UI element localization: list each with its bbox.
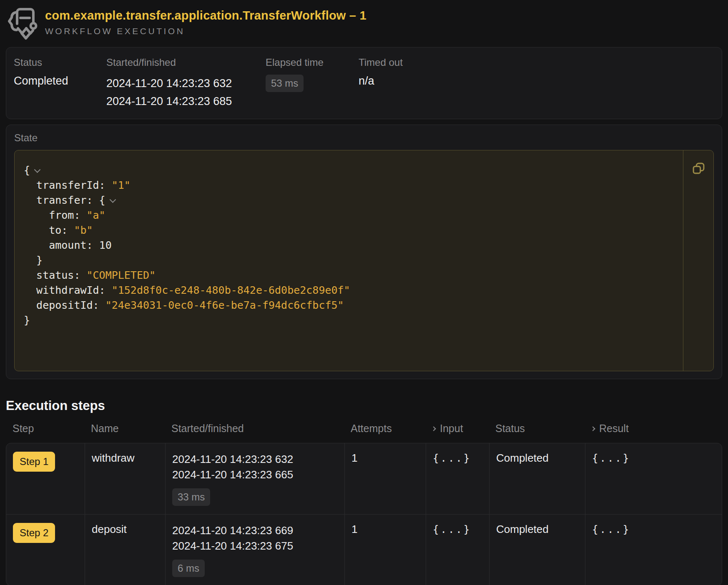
page-header: com.example.transfer.application.Transfe…	[6, 5, 722, 40]
input-cell: {...}	[426, 515, 489, 585]
name-cell: deposit	[85, 515, 165, 585]
summary-field-timed-out: Timed out n/a	[359, 57, 714, 110]
json-string: "1"	[112, 179, 131, 191]
column-header-result[interactable]: Result	[585, 422, 722, 435]
step-row: Step 2deposit2024-11-20 14:23:23 6692024…	[6, 514, 722, 585]
steps-table-header: Step Name Started/finished Attempts Inpu…	[6, 422, 722, 443]
code-line: status: "COMPLETED"	[24, 268, 683, 283]
input-cell: {...}	[426, 443, 489, 514]
state-json-viewer: { transferId: "1" transfer: { from: "a" …	[14, 150, 714, 371]
json-key: withdrawId:	[24, 284, 112, 296]
attempts-cell: 1	[344, 443, 426, 514]
started-timestamp: 2024-11-20 14:23:23 632	[172, 452, 338, 467]
code-line: to: "b"	[24, 223, 683, 238]
finished-timestamp: 2024-11-20 14:23:23 685	[106, 92, 266, 110]
started-finished-label: Started/finished	[106, 57, 266, 68]
input-expander[interactable]: {...}	[433, 452, 471, 464]
json-key: amount:	[24, 239, 99, 251]
duration-badge: 6 ms	[172, 560, 205, 577]
json-string: "a"	[87, 209, 105, 221]
column-header-status: Status	[489, 422, 585, 435]
header-text: com.example.transfer.application.Transfe…	[45, 9, 367, 36]
status-cell: Completed	[489, 443, 585, 514]
json-key: }	[24, 314, 30, 326]
step-badge: Step 1	[13, 452, 55, 472]
json-number: 10	[99, 239, 112, 251]
elapsed-time-label: Elapsed time	[266, 57, 359, 68]
json-string: "152d8f0c-e248-480b-842e-6d0be2c89e0f"	[112, 284, 350, 296]
json-key: transfer: {	[24, 194, 105, 206]
state-code-lines: { transferId: "1" transfer: { from: "a" …	[15, 150, 683, 371]
summary-panel: Status Completed Started/finished 2024-1…	[6, 47, 722, 119]
code-line: withdrawId: "152d8f0c-e248-480b-842e-6d0…	[24, 283, 683, 298]
result-expander[interactable]: {...}	[592, 524, 630, 535]
started-finished-values: 2024-11-20 14:23:23 632 2024-11-20 14:23…	[106, 75, 266, 110]
summary-field-status: Status Completed	[14, 57, 106, 110]
started-timestamp: 2024-11-20 14:23:23 669	[172, 523, 338, 538]
result-cell: {...}	[585, 443, 722, 514]
code-line: amount: 10	[24, 238, 683, 253]
timed-out-value: n/a	[359, 75, 714, 88]
column-header-started-finished: Started/finished	[165, 422, 344, 435]
column-header-name: Name	[84, 422, 165, 435]
attempts-cell: 1	[344, 515, 426, 585]
status-value: Completed	[14, 75, 106, 88]
chevron-down-icon[interactable]	[109, 196, 116, 203]
step-row: Step 1withdraw2024-11-20 14:23:23 632202…	[6, 443, 722, 514]
summary-grid: Status Completed Started/finished 2024-1…	[14, 57, 714, 110]
code-line: depositId: "24e34031-0ec0-4f6e-be7a-f94d…	[24, 298, 683, 313]
result-expander[interactable]: {...}	[592, 452, 630, 464]
summary-field-started-finished: Started/finished 2024-11-20 14:23:23 632…	[106, 57, 266, 110]
step-cell: Step 2	[6, 515, 85, 585]
workflow-execution-page: com.example.transfer.application.Transfe…	[0, 0, 728, 585]
status-cell: Completed	[489, 515, 585, 585]
finished-timestamp: 2024-11-20 14:23:23 665	[172, 467, 338, 482]
column-header-result-label: Result	[599, 422, 629, 435]
summary-field-elapsed-time: Elapsed time 53 ms	[266, 57, 359, 110]
duration-badge: 33 ms	[172, 488, 210, 506]
json-string: "COMPLETED"	[87, 269, 156, 281]
timed-out-label: Timed out	[359, 57, 714, 68]
code-gutter	[683, 150, 713, 371]
json-key: depositId:	[24, 299, 105, 311]
step-badge: Step 2	[13, 523, 55, 543]
code-line: {	[24, 163, 683, 178]
workflow-icon	[7, 5, 39, 40]
page-subtitle: WORKFLOW EXECUTION	[45, 26, 367, 36]
elapsed-time-badge: 53 ms	[266, 75, 304, 92]
column-header-attempts: Attempts	[344, 422, 425, 435]
column-header-input[interactable]: Input	[425, 422, 489, 435]
status-label: Status	[14, 57, 106, 68]
column-header-input-label: Input	[440, 422, 463, 435]
chevron-right-icon	[590, 426, 595, 431]
json-string: "24e34031-0ec0-4f6e-be7a-f94dc6cfbcf5"	[105, 299, 344, 311]
code-line: }	[24, 253, 683, 268]
started-finished-cell: 2024-11-20 14:23:23 6692024-11-20 14:23:…	[165, 515, 344, 585]
code-line: from: "a"	[24, 208, 683, 223]
state-label: State	[14, 132, 714, 144]
steps-table-body: Step 1withdraw2024-11-20 14:23:23 632202…	[6, 443, 722, 585]
result-cell: {...}	[585, 515, 722, 585]
state-panel: State { transferId: "1" transfer: { from…	[6, 125, 722, 379]
chevron-down-icon[interactable]	[34, 166, 41, 173]
json-string: "b"	[74, 224, 93, 236]
code-line: transfer: {	[24, 193, 683, 208]
copy-icon[interactable]	[692, 162, 705, 175]
started-finished-cell: 2024-11-20 14:23:23 6322024-11-20 14:23:…	[165, 443, 344, 514]
code-line: transferId: "1"	[24, 178, 683, 193]
started-timestamp: 2024-11-20 14:23:23 632	[106, 75, 266, 92]
chevron-right-icon	[431, 426, 436, 431]
json-key: to:	[24, 224, 74, 236]
json-key: {	[24, 164, 30, 176]
json-key: }	[24, 254, 43, 266]
page-title: com.example.transfer.application.Transfe…	[45, 9, 367, 22]
column-header-step: Step	[6, 422, 84, 435]
execution-steps-heading: Execution steps	[6, 398, 722, 413]
step-cell: Step 1	[6, 443, 85, 514]
finished-timestamp: 2024-11-20 14:23:23 675	[172, 538, 338, 554]
code-line: }	[24, 313, 683, 328]
json-key: status:	[24, 269, 87, 281]
name-cell: withdraw	[85, 443, 165, 514]
json-key: transferId:	[24, 179, 112, 191]
input-expander[interactable]: {...}	[433, 524, 471, 535]
